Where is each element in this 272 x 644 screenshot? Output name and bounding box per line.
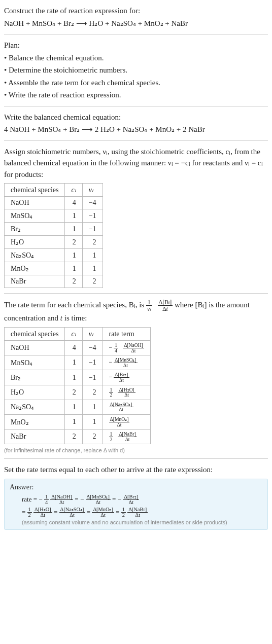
cell-v: −4 [82, 341, 103, 355]
col-vi: νᵢ [82, 328, 103, 341]
cell-c: 2 [65, 236, 82, 249]
rate-term-suffix: is time: [62, 314, 87, 322]
table-header-row: chemical species cᵢ νᵢ rate term [5, 328, 151, 341]
rate-term-prefix: The rate term for each chemical species,… [4, 301, 146, 309]
cell-rate-term: Δ[MnO₂]Δt [103, 415, 150, 430]
delta-frac: Δ[Na₂SO₄]Δt [109, 402, 133, 412]
coeff-frac: 12 [27, 507, 32, 518]
cell-c: 1 [65, 415, 82, 430]
coeff-frac: 14 [44, 494, 49, 506]
answer-box: Answer: rate = − 14 Δ[NaOH]Δt = − Δ[MnSO… [4, 479, 268, 530]
cell-v: −1 [82, 355, 103, 370]
cell-species: MnSO₄ [5, 209, 65, 223]
cell-v: 1 [82, 262, 103, 275]
equals: = [112, 495, 118, 503]
cell-c: 1 [65, 249, 82, 262]
delta-frac: Δ[Na₂SO₄]Δt [59, 507, 85, 518]
cell-rate-term: − Δ[MnSO₄]Δt [103, 355, 150, 370]
delta-frac: Δ[NaOH]Δt [50, 494, 73, 506]
stoich-table: chemical species cᵢ νᵢ NaOH4−4 MnSO₄1−1 … [4, 183, 103, 288]
equals: = [75, 495, 80, 503]
cell-species: NaOH [5, 197, 65, 209]
rate-term-table: chemical species cᵢ νᵢ rate term NaOH 4 … [4, 327, 151, 444]
rate-term-intro: The rate term for each chemical species,… [4, 299, 268, 324]
cell-c: 2 [65, 385, 82, 400]
cell-species: NaOH [5, 341, 65, 355]
ci-label: cᵢ [71, 186, 76, 194]
divider [4, 458, 268, 459]
cell-v: −1 [82, 370, 103, 385]
minus: − [118, 495, 121, 503]
cell-rate-term: Δ[Na₂SO₄]Δt [103, 400, 150, 414]
cell-species: Na₂SO₄ [5, 400, 65, 414]
divider [4, 34, 268, 34]
table-row: Br₂ 1 −1 − Δ[Br₂]Δt [5, 370, 151, 385]
cell-species: MnSO₄ [5, 355, 65, 370]
col-species: chemical species [5, 184, 65, 197]
coeff-frac: 14 [114, 343, 118, 353]
col-vi: νᵢ [82, 184, 103, 197]
plan-item: • Write the rate of reaction expression. [4, 89, 268, 101]
cell-species: NaBr [5, 430, 65, 444]
divider [4, 293, 268, 294]
cell-species: MnO₂ [5, 415, 65, 430]
delta-frac: Δ[MnO₂]Δt [92, 507, 114, 518]
table-row: Na₂SO₄ 1 1 Δ[Na₂SO₄]Δt [5, 400, 151, 414]
cell-rate-term: 12 Δ[H₂O]Δt [103, 385, 150, 400]
cell-c: 1 [65, 262, 82, 275]
cell-c: 2 [65, 430, 82, 444]
plan-item: • Balance the chemical equation. [4, 52, 268, 64]
delta-frac: Δ[Br₂]Δt [123, 494, 139, 506]
plan-item: • Determine the stoichiometric numbers. [4, 64, 268, 76]
cell-c: 2 [65, 275, 82, 288]
equals: = [22, 508, 27, 516]
cell-species: H₂O [5, 385, 65, 400]
coeff-frac: 12 [109, 432, 114, 442]
table-row: NaBr22 [5, 275, 103, 288]
cell-v: 2 [82, 236, 103, 249]
cell-v: 2 [82, 385, 103, 400]
coeff-frac: 12 [109, 387, 114, 398]
cell-v: −4 [82, 197, 103, 209]
cell-c: 4 [65, 341, 82, 355]
delta-frac: Δ[MnSO₄]Δt [114, 357, 137, 368]
rate-expression: rate = − 14 Δ[NaOH]Δt = − Δ[MnSO₄]Δt = −… [10, 493, 262, 518]
col-ci: cᵢ [65, 184, 82, 197]
table-header-row: chemical species cᵢ νᵢ [5, 184, 103, 197]
table-row: Na₂SO₄11 [5, 249, 103, 262]
cell-species: Br₂ [5, 223, 65, 236]
table-row: NaOH 4 −4 − 14 Δ[NaOH]Δt [5, 341, 151, 355]
delta-frac: Δ[NaBr]Δt [118, 432, 137, 442]
cell-c: 1 [65, 209, 82, 223]
col-species: chemical species [5, 328, 65, 341]
answer-note: (assuming constant volume and no accumul… [10, 519, 262, 525]
table-row: H₂O 2 2 12 Δ[H₂O]Δt [5, 385, 151, 400]
delta-frac: Δ[H₂O]Δt [118, 387, 135, 398]
vi-label: νᵢ [89, 330, 93, 338]
table-row: NaBr 2 2 12 Δ[NaBr]Δt [5, 430, 151, 444]
cell-rate-term: − 14 Δ[NaOH]Δt [103, 341, 150, 355]
cell-c: 1 [65, 370, 82, 385]
plan-heading: Plan: [4, 40, 268, 51]
answer-label: Answer: [10, 483, 262, 491]
cell-species: Br₂ [5, 370, 65, 385]
cell-v: 1 [82, 400, 103, 414]
final-heading: Set the rate terms equal to each other t… [4, 464, 268, 476]
cell-rate-term: 12 Δ[NaBr]Δt [103, 430, 150, 444]
table-row: Br₂1−1 [5, 223, 103, 236]
table-row: MnO₂11 [5, 262, 103, 275]
divider [4, 140, 268, 141]
delta-frac: Δ[Br₂]Δt [114, 372, 129, 382]
cell-rate-term: − Δ[Br₂]Δt [103, 370, 150, 385]
cell-species: NaBr [5, 275, 65, 288]
table-row: H₂O22 [5, 236, 103, 249]
divider [4, 106, 268, 106]
delta-frac: Δ[NaBr]Δt [127, 507, 148, 518]
prompt-text: Construct the rate of reaction expressio… [4, 5, 268, 17]
minus: − [80, 495, 84, 503]
coeff-frac: 12 [121, 507, 126, 518]
cell-c: 1 [65, 400, 82, 414]
delta-bi-frac: Δ[Bᵢ]Δt [158, 299, 173, 312]
balanced-heading: Write the balanced chemical equation: [4, 112, 268, 123]
sign: − [109, 359, 113, 366]
